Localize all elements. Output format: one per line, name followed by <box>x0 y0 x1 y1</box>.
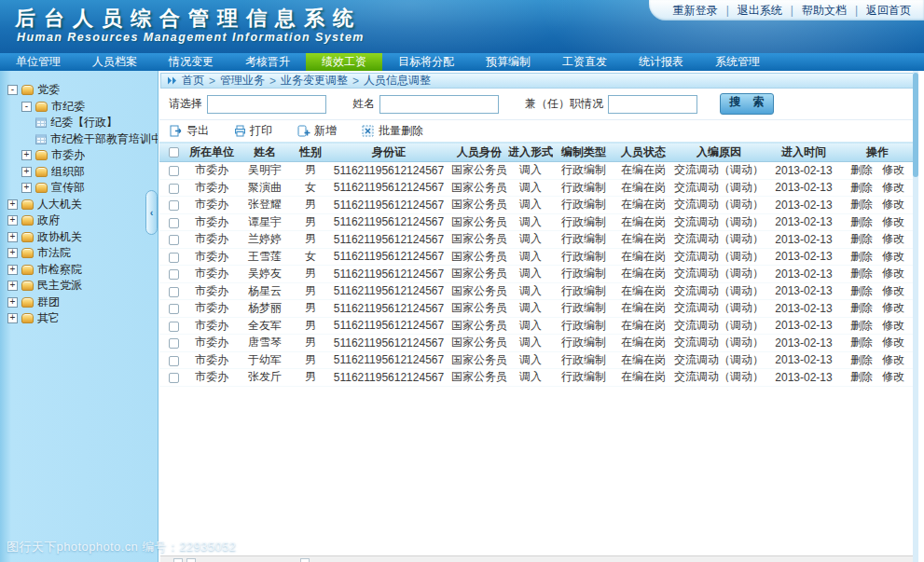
row-checkbox[interactable] <box>169 304 179 314</box>
plus-icon[interactable]: + <box>7 313 18 323</box>
tree-node[interactable]: +宣传部 <box>0 180 158 197</box>
header-link[interactable]: 返回首页 <box>866 3 911 19</box>
select-filter-input[interactable] <box>207 95 326 114</box>
tree-node[interactable]: +市检察院 <box>0 262 158 279</box>
sidebar-collapse-handle[interactable]: ‹ <box>145 190 158 235</box>
tree-node[interactable]: +群团 <box>0 295 158 311</box>
plus-icon[interactable]: + <box>7 297 18 308</box>
breadcrumb-item[interactable]: 业务变更调整 <box>281 73 348 89</box>
tree-node[interactable]: +政府 <box>0 212 158 229</box>
plus-icon[interactable]: + <box>21 150 32 160</box>
tree-node[interactable]: +市委办 <box>0 147 158 164</box>
select-all-checkbox[interactable] <box>169 147 179 158</box>
edit-link[interactable]: 修改 <box>882 215 904 228</box>
menu-item[interactable]: 绩效工资 <box>306 53 382 71</box>
plus-icon[interactable]: + <box>7 199 18 210</box>
row-checkbox[interactable] <box>169 322 179 332</box>
tree-node[interactable]: +组织部 <box>0 164 158 181</box>
edit-link[interactable]: 修改 <box>882 284 904 297</box>
scrollbar-thumb[interactable] <box>913 73 918 177</box>
tree-node[interactable]: +人大机关 <box>0 197 158 213</box>
print-button[interactable]: 打印 <box>234 123 272 139</box>
menu-item[interactable]: 情况变更 <box>153 53 229 71</box>
breadcrumb-item[interactable]: 首页 <box>182 73 204 89</box>
delete-link[interactable]: 删除 <box>850 181 873 194</box>
delete-link[interactable]: 删除 <box>850 353 873 366</box>
delete-link[interactable]: 删除 <box>850 370 873 383</box>
edit-link[interactable]: 修改 <box>882 163 904 176</box>
vertical-scrollbar[interactable] <box>913 71 918 562</box>
search-button[interactable]: 搜 索 <box>720 93 774 115</box>
minus-icon[interactable]: - <box>21 102 32 112</box>
header-link[interactable]: 帮助文档 <box>802 3 847 19</box>
edit-link[interactable]: 修改 <box>882 181 904 194</box>
menu-item[interactable]: 预算编制 <box>470 53 546 71</box>
pagination-strip[interactable] <box>160 555 913 562</box>
tree-node[interactable]: 市纪检干部教育培训中心 <box>0 131 158 148</box>
delete-link[interactable]: 删除 <box>850 319 873 332</box>
delete-link[interactable]: 删除 <box>850 267 873 280</box>
tree-node[interactable]: +民主党派 <box>0 278 158 295</box>
menu-item[interactable]: 系统管理 <box>699 53 776 71</box>
plus-icon[interactable]: + <box>21 183 32 193</box>
breadcrumb-item[interactable]: 管理业务 <box>220 73 265 89</box>
minus-icon[interactable]: - <box>7 85 18 95</box>
header-link[interactable]: 退出系统 <box>738 3 782 19</box>
tree-node[interactable]: +政协机关 <box>0 229 158 246</box>
row-checkbox[interactable] <box>169 184 179 194</box>
plus-icon[interactable]: + <box>7 265 18 275</box>
edit-link[interactable]: 修改 <box>882 353 904 366</box>
tree-node[interactable]: -党委 <box>0 82 158 99</box>
plus-icon[interactable]: + <box>7 248 18 258</box>
add-button[interactable]: 新增 <box>297 123 337 139</box>
row-checkbox[interactable] <box>169 200 179 211</box>
menu-item[interactable]: 目标将分配 <box>382 53 470 71</box>
edit-link[interactable]: 修改 <box>882 336 904 349</box>
edit-link[interactable]: 修改 <box>882 198 904 211</box>
edit-link[interactable]: 修改 <box>882 250 904 263</box>
edit-link[interactable]: 修改 <box>882 267 904 280</box>
tree-node[interactable]: +市法院 <box>0 245 158 262</box>
row-checkbox[interactable] <box>169 235 179 245</box>
delete-link[interactable]: 删除 <box>850 215 873 228</box>
edit-link[interactable]: 修改 <box>882 370 904 383</box>
delete-link[interactable]: 删除 <box>850 284 873 297</box>
plus-icon[interactable]: + <box>21 167 32 177</box>
plus-icon[interactable]: + <box>7 232 18 242</box>
plus-icon[interactable]: + <box>7 215 18 226</box>
edit-link[interactable]: 修改 <box>882 319 904 332</box>
delete-link[interactable]: 删除 <box>850 301 873 314</box>
row-checkbox[interactable] <box>169 356 179 366</box>
pager-control[interactable] <box>300 558 310 562</box>
row-checkbox[interactable] <box>169 253 179 263</box>
delete-link[interactable]: 删除 <box>850 336 873 349</box>
export-button[interactable]: 导出 <box>170 123 209 139</box>
menu-item[interactable]: 统计报表 <box>623 53 699 71</box>
delete-link[interactable]: 删除 <box>850 250 873 263</box>
tree-node[interactable]: -市纪委 <box>0 99 158 116</box>
row-checkbox[interactable] <box>169 269 179 280</box>
edit-link[interactable]: 修改 <box>882 232 904 245</box>
name-filter-input[interactable] <box>379 95 499 114</box>
header-link[interactable]: 重新登录 <box>673 3 718 19</box>
tree-node[interactable]: 纪委【行政】 <box>0 115 158 131</box>
menu-item[interactable]: 考核晋升 <box>229 53 306 71</box>
delete-link[interactable]: 删除 <box>850 198 873 211</box>
row-checkbox[interactable] <box>169 287 179 297</box>
menu-item[interactable]: 人员档案 <box>76 53 153 71</box>
delete-link[interactable]: 删除 <box>850 163 873 176</box>
pager-control[interactable] <box>173 558 183 562</box>
batch-delete-button[interactable]: 批量删除 <box>362 123 423 139</box>
pager-control[interactable] <box>186 558 196 562</box>
row-checkbox[interactable] <box>169 218 179 228</box>
plus-icon[interactable]: + <box>7 281 18 291</box>
row-checkbox[interactable] <box>169 373 179 383</box>
row-checkbox[interactable] <box>169 166 179 176</box>
edit-link[interactable]: 修改 <box>882 301 904 314</box>
row-checkbox[interactable] <box>169 338 179 349</box>
concurrent-post-filter-input[interactable] <box>608 95 697 114</box>
menu-item[interactable]: 工资直发 <box>546 53 623 71</box>
tree-node[interactable]: +其它 <box>0 310 158 327</box>
breadcrumb-item[interactable]: 人员信息调整 <box>364 73 431 89</box>
delete-link[interactable]: 删除 <box>850 232 873 245</box>
